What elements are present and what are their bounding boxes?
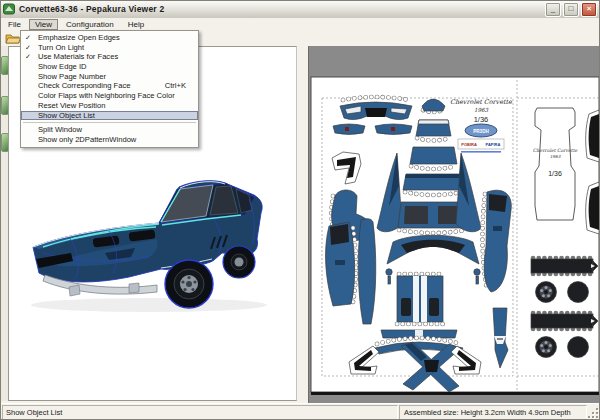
svg-text:Chevrolet Corvette: Chevrolet Corvette	[533, 148, 578, 153]
piece-interior	[397, 274, 443, 324]
piece-chassis: Chevrolet Corvette 1963 1/36	[533, 108, 578, 220]
minimize-button[interactable]: _	[545, 2, 561, 17]
piece-bumper-left	[333, 124, 365, 135]
menu-file[interactable]: File	[2, 19, 27, 30]
menu-item-check-corresponding-face[interactable]: Check Corresponding Face Ctrl+K	[21, 81, 198, 91]
rear-wheel	[223, 246, 255, 278]
svg-text:PAPIRA: PAPIRA	[486, 142, 501, 147]
piece-wheel-plain-2	[568, 337, 589, 358]
maximize-button[interactable]: □	[563, 2, 579, 17]
shortcut-label: Ctrl+K	[165, 81, 186, 91]
close-button[interactable]: ×	[581, 2, 597, 17]
menu-item-show-page-number[interactable]: Show Page Number	[21, 72, 198, 82]
svg-text:POBIRA: POBIRA	[461, 142, 477, 147]
menu-separator	[23, 122, 196, 123]
svg-text:PR3DH: PR3DH	[473, 129, 489, 134]
menu-help[interactable]: Help	[122, 19, 150, 30]
piece-tire-tread-1	[531, 258, 598, 274]
piece-wheel-spoked-2	[536, 337, 557, 358]
open-folder-icon[interactable]	[5, 32, 21, 45]
check-icon: ✓	[25, 33, 31, 43]
assembled-size-text: Assembled size: Height 3.2cm Width 4.9cm…	[399, 405, 587, 420]
svg-text:Chevrolet Corvette: Chevrolet Corvette	[450, 98, 513, 106]
menu-item-split-window[interactable]: Split Window	[21, 125, 198, 135]
pattern-sheet: Chevrolet Corvette 1963 1/36	[309, 46, 599, 401]
check-icon: ✓	[25, 52, 31, 62]
svg-text:1/36: 1/36	[474, 115, 489, 124]
pane-splitter[interactable]	[297, 46, 308, 401]
window-title: Corvette63-36 - Pepakura Viewer 2	[19, 4, 164, 14]
website-url-text	[461, 151, 501, 153]
car-windshield	[161, 185, 213, 222]
menu-item-turn-on-light[interactable]: ✓ Turn On Light	[21, 43, 198, 53]
menu-item-show-object-list[interactable]: Show Object List	[21, 111, 198, 121]
piece-sill-strip	[381, 330, 457, 338]
menu-item-reset-view-position[interactable]: Reset View Position	[21, 101, 198, 111]
svg-text:1/36: 1/36	[548, 170, 562, 177]
menu-item-show-only-2d[interactable]: Show only 2DPatternWindow	[21, 135, 198, 145]
status-message: Show Object List	[2, 405, 398, 420]
svg-text:1963: 1963	[550, 154, 561, 159]
view-menu-dropdown: ✓ Emphasize Open Edges ✓ Turn On Light ✓…	[20, 30, 199, 148]
piece-tire-tread-2	[531, 313, 598, 329]
resize-grip[interactable]	[587, 405, 600, 420]
menu-configuration[interactable]: Configuration	[60, 19, 120, 30]
menu-item-use-materials[interactable]: ✓ Use Materials for Faces	[21, 52, 198, 62]
app-icon	[3, 3, 15, 15]
status-bar: Show Object List Assembled size: Height …	[0, 403, 600, 420]
menu-view[interactable]: View	[29, 19, 58, 30]
piece-strip-left	[358, 219, 376, 324]
app-window: Corvette63-36 - Pepakura Viewer 2 _ □ × …	[0, 0, 600, 420]
front-wheel	[165, 260, 213, 308]
piece-bodyside-left	[326, 222, 356, 306]
title-bar[interactable]: Corvette63-36 - Pepakura Viewer 2 _ □ ×	[0, 0, 600, 19]
svg-text:1963: 1963	[474, 107, 489, 113]
check-icon: ✓	[25, 43, 31, 53]
menu-item-show-edge-id[interactable]: Show Edge ID	[21, 62, 198, 72]
menu-item-color-flaps[interactable]: Color Flaps with Neighboring Face Color	[21, 91, 198, 101]
menu-item-emphasize-open-edges[interactable]: ✓ Emphasize Open Edges	[21, 33, 198, 43]
piece-wheel-plain-1	[568, 282, 589, 303]
piece-wheel-spoked-1	[536, 282, 557, 303]
piece-bumper-right	[375, 124, 412, 135]
pattern-2d-pane[interactable]: Chevrolet Corvette 1963 1/36	[308, 46, 600, 403]
